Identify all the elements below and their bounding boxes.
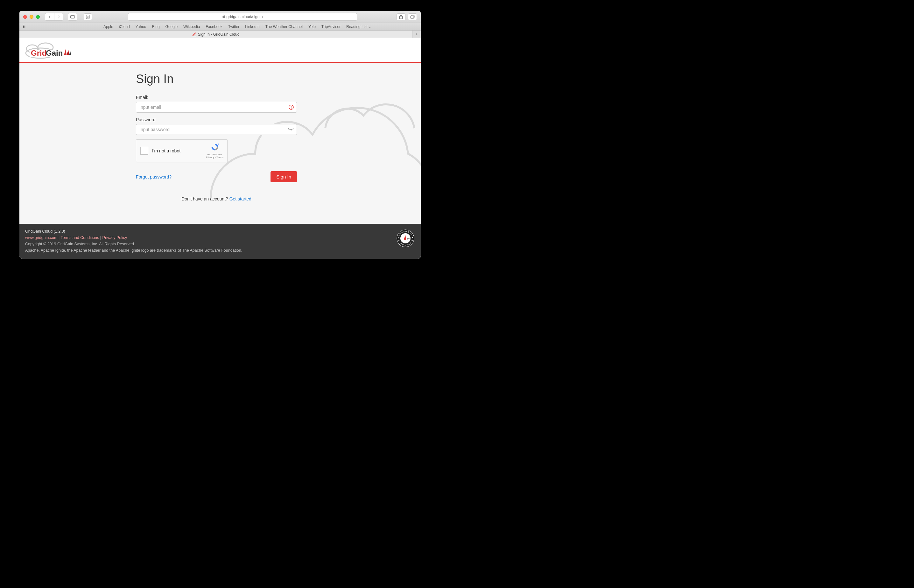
- lock-icon: [222, 15, 225, 19]
- minimize-window-button[interactable]: [30, 15, 34, 19]
- tab-bar: Sign In - GridGain Cloud +: [19, 31, 421, 38]
- recaptcha-links[interactable]: Privacy - Terms: [206, 156, 223, 159]
- favorites-bar: ⠿ Apple iCloud Yahoo Bing Google Wikiped…: [19, 23, 421, 31]
- new-tab-button[interactable]: +: [412, 31, 421, 38]
- email-field[interactable]: [136, 102, 297, 113]
- get-started-link[interactable]: Get started: [229, 196, 252, 202]
- footer-trademark: Apache, Apache Ignite, the Apache feathe…: [25, 247, 415, 254]
- no-account-text: Don't have an account?: [181, 196, 229, 202]
- recaptcha-widget: I'm not a robot reCAPTCHA Privacy - Term…: [136, 139, 228, 162]
- svg-line-21: [293, 129, 293, 130]
- window-controls: [23, 15, 40, 19]
- fav-linkedin[interactable]: LinkedIn: [245, 24, 259, 29]
- show-sidebar-button[interactable]: [68, 13, 77, 20]
- fav-apple[interactable]: Apple: [103, 24, 113, 29]
- fav-yahoo[interactable]: Yahoo: [136, 24, 146, 29]
- signup-prompt: Don't have an account? Get started: [136, 196, 297, 202]
- browser-window: gridgain.cloud/signin ⠿ Apple iCloud Yah…: [19, 11, 421, 259]
- fav-icloud[interactable]: iCloud: [119, 24, 130, 29]
- forgot-password-link[interactable]: Forgot password?: [136, 174, 171, 179]
- page-content: Grid Gain Sign In: [19, 38, 421, 259]
- fav-twitter[interactable]: Twitter: [228, 24, 239, 29]
- page-footer: GridGain Cloud (1.2.3) www.gridgain.com …: [19, 224, 421, 259]
- fav-readinglist[interactable]: Reading List ⌄: [346, 24, 371, 29]
- fav-bing[interactable]: Bing: [152, 24, 160, 29]
- show-all-bookmarks-icon[interactable]: ⠿: [23, 24, 25, 29]
- footer-terms-link[interactable]: Terms and Conditions: [60, 236, 99, 240]
- svg-rect-2: [86, 15, 89, 19]
- url-text: gridgain.cloud/signin: [226, 15, 263, 19]
- svg-text:Gain: Gain: [46, 49, 63, 57]
- svg-rect-0: [71, 15, 75, 18]
- chevron-down-icon: ⌄: [368, 26, 371, 29]
- svg-point-3: [87, 16, 88, 16]
- close-window-button[interactable]: [23, 15, 27, 19]
- svg-marker-22: [217, 144, 219, 145]
- fav-yelp[interactable]: Yelp: [308, 24, 316, 29]
- tab-signin[interactable]: Sign In - GridGain Cloud: [19, 31, 412, 38]
- password-field[interactable]: [136, 124, 297, 135]
- page-title: Sign In: [136, 72, 297, 86]
- tab-favicon: [192, 32, 196, 36]
- share-button[interactable]: [397, 13, 405, 20]
- fav-google[interactable]: Google: [165, 24, 178, 29]
- address-bar[interactable]: gridgain.cloud/signin: [128, 13, 357, 21]
- recaptcha-checkbox[interactable]: [140, 147, 148, 155]
- footer-copyright: Copyright © 2019 GridGain Systems, Inc. …: [25, 241, 415, 247]
- show-tabs-button[interactable]: [408, 13, 417, 20]
- toggle-password-icon[interactable]: [288, 127, 294, 132]
- titlebar: gridgain.cloud/signin: [19, 11, 421, 23]
- error-icon: [289, 105, 294, 110]
- password-label: Password:: [136, 117, 297, 122]
- fav-wikipedia[interactable]: Wikipedia: [183, 24, 200, 29]
- forward-button[interactable]: [54, 13, 63, 20]
- zoom-window-button[interactable]: [36, 15, 40, 19]
- powered-by-apache-badge: Ignite ★ POWERED BY ★ ★ APACHE ★: [397, 229, 414, 247]
- footer-privacy-link[interactable]: Privacy Policy: [102, 236, 127, 240]
- recaptcha-label: I'm not a robot: [152, 148, 202, 153]
- svg-rect-8: [410, 16, 414, 18]
- recaptcha-logo-icon: [210, 142, 220, 152]
- recaptcha-brand: reCAPTCHA: [206, 153, 223, 156]
- nav-back-forward: [45, 13, 63, 21]
- tab-title: Sign In - GridGain Cloud: [198, 32, 240, 37]
- page-header: Grid Gain: [19, 38, 421, 63]
- back-button[interactable]: [45, 13, 54, 20]
- svg-point-17: [291, 108, 292, 109]
- fav-weather[interactable]: The Weather Channel: [265, 24, 303, 29]
- svg-text:Ignite: Ignite: [407, 237, 412, 240]
- email-label: Email:: [136, 95, 297, 100]
- recaptcha-badge: reCAPTCHA Privacy - Terms: [206, 142, 223, 159]
- fav-tripadvisor[interactable]: TripAdvisor: [321, 24, 341, 29]
- svg-line-19: [290, 130, 291, 131]
- svg-rect-5: [223, 16, 224, 18]
- signin-button[interactable]: Sign In: [271, 171, 297, 183]
- svg-text:Grid: Grid: [31, 49, 47, 57]
- reader-mode-button[interactable]: [84, 13, 92, 20]
- footer-product: GridGain Cloud (1.2.3): [25, 228, 415, 234]
- footer-site-link[interactable]: www.gridgain.com: [25, 236, 57, 240]
- svg-line-18: [289, 129, 289, 130]
- svg-point-4: [88, 16, 89, 16]
- gridgain-logo[interactable]: Grid Gain: [25, 41, 73, 59]
- fav-facebook[interactable]: Facebook: [205, 24, 223, 29]
- signin-form: Sign In Email: Password:: [136, 72, 297, 202]
